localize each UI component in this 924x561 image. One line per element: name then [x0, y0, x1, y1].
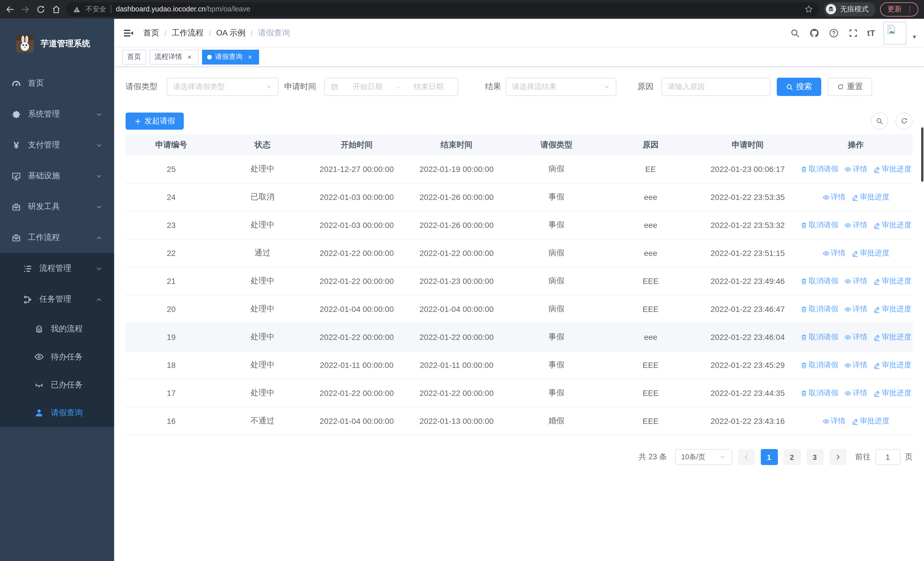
reason-input[interactable]: 请输入原因	[662, 78, 771, 96]
sidebar-item-11[interactable]: 已办任务	[0, 371, 114, 399]
cancel-leave-link[interactable]: 取消请假	[800, 276, 838, 286]
cancel-leave-link[interactable]: 取消请假	[800, 360, 838, 370]
detail-link[interactable]: 详情	[844, 304, 867, 314]
page-button-3[interactable]: 3	[806, 449, 823, 465]
create-leave-button[interactable]: 发起请假	[126, 113, 184, 130]
breadcrumb-item-2[interactable]: 工作流程	[172, 28, 204, 38]
approval-progress-link[interactable]: 审批进度	[851, 248, 890, 258]
incognito-badge: 无痕模式	[824, 2, 876, 16]
sidebar-item-6[interactable]: 工作流程	[0, 222, 114, 253]
avatar[interactable]	[884, 21, 907, 44]
approval-progress-link[interactable]: 审批进度	[873, 360, 912, 370]
sidebar-item-12[interactable]: 请假查询	[0, 399, 114, 427]
breadcrumb-item-3[interactable]: OA 示例	[216, 28, 246, 38]
bookmark-star-icon[interactable]	[804, 5, 813, 14]
table-row: 24已取消2022-01-03 00:00:002022-01-26 00:00…	[126, 183, 913, 211]
cancel-leave-link[interactable]: 取消请假	[800, 220, 838, 230]
cell-start: 2021-12-27 00:00:00	[308, 164, 405, 174]
cell-actions: 详情审批进度	[799, 248, 913, 258]
date-start-placeholder[interactable]: 开始日期	[344, 82, 391, 92]
sidebar-item-3[interactable]: ¥支付管理	[0, 130, 114, 161]
column-header-6: 原因	[605, 140, 696, 150]
cell-end: 2022-01-04 00:00:00	[405, 304, 508, 314]
cell-applied: 2022-01-22 23:46:47	[696, 304, 799, 314]
cancel-leave-link[interactable]: 取消请假	[800, 332, 838, 342]
browser-menu-icon[interactable]: ⋮	[906, 5, 913, 13]
sidebar-item-10[interactable]: 待办任务	[0, 343, 114, 371]
help-icon[interactable]	[828, 27, 839, 38]
address-bar[interactable]: 不安全 dashboard.yudao.iocoder.cn/bpm/oa/le…	[66, 2, 819, 16]
reset-button[interactable]: 重置	[828, 78, 872, 96]
breadcrumb-item-1[interactable]: 首页	[143, 28, 159, 38]
search-button[interactable]: 搜索	[777, 78, 821, 96]
approval-progress-link[interactable]: 审批进度	[873, 388, 912, 398]
sidebar-item-label: 待办任务	[51, 352, 83, 362]
approval-progress-link[interactable]: 审批进度	[873, 276, 912, 286]
font-size-icon[interactable]: tT	[867, 29, 875, 37]
sidebar-item-4[interactable]: 基础设施	[0, 161, 114, 191]
detail-link[interactable]: 详情	[822, 248, 846, 258]
reload-icon[interactable]	[35, 4, 46, 15]
sidebar-collapse-icon[interactable]	[123, 27, 134, 39]
approval-progress-link[interactable]: 审批进度	[873, 304, 912, 314]
goto-page-input[interactable]: 1	[875, 449, 900, 465]
cell-end: 2022-01-26 00:00:00	[405, 221, 508, 230]
hide-search-icon[interactable]	[871, 113, 888, 130]
delete-icon	[800, 277, 808, 285]
screen: 不安全 dashboard.yudao.iocoder.cn/bpm/oa/le…	[0, 0, 924, 561]
close-icon[interactable]: ×	[246, 53, 254, 61]
sidebar-item-5[interactable]: 研发工具	[0, 191, 114, 222]
avatar-caret-icon[interactable]: ▾	[913, 33, 916, 40]
forward-icon[interactable]	[20, 4, 31, 15]
github-icon[interactable]	[809, 27, 820, 38]
approval-progress-link[interactable]: 审批进度	[873, 220, 912, 230]
back-icon[interactable]	[4, 4, 15, 15]
detail-link[interactable]: 详情	[844, 388, 867, 398]
approval-progress-link[interactable]: 审批进度	[851, 192, 890, 202]
approval-progress-link[interactable]: 审批进度	[873, 332, 912, 342]
approval-progress-link[interactable]: 审批进度	[851, 416, 890, 426]
tab-2[interactable]: 流程详情×	[150, 50, 199, 64]
apply-time-range-input[interactable]: 开始日期 - 结束日期	[324, 78, 458, 96]
approval-progress-label: 审批进度	[882, 388, 912, 398]
update-button[interactable]: 更新 ⋮	[880, 2, 918, 16]
detail-link[interactable]: 详情	[844, 332, 867, 342]
approval-progress-label: 审批进度	[882, 332, 912, 342]
scrollbar-thumb[interactable]	[921, 127, 923, 182]
security-label[interactable]: 不安全	[86, 4, 106, 14]
sidebar-item-7[interactable]: 流程管理	[0, 253, 114, 284]
close-icon[interactable]: ×	[186, 53, 194, 61]
fullscreen-icon[interactable]	[848, 27, 859, 38]
detail-link[interactable]: 详情	[822, 416, 846, 426]
cell-type: 事假	[508, 220, 605, 230]
detail-link[interactable]: 详情	[844, 360, 867, 370]
leave-type-select[interactable]: 请选择请假类型	[166, 78, 279, 96]
approval-progress-link[interactable]: 审批进度	[873, 164, 912, 174]
cancel-leave-link[interactable]: 取消请假	[800, 388, 838, 398]
sidebar-item-9[interactable]: 我的流程	[0, 315, 114, 343]
result-select[interactable]: 请选择流结果	[506, 78, 616, 96]
tab-1[interactable]: 首页	[122, 50, 146, 64]
cancel-leave-link[interactable]: 取消请假	[800, 164, 838, 174]
detail-link[interactable]: 详情	[844, 220, 867, 230]
page-button-2[interactable]: 2	[783, 449, 801, 465]
search-icon[interactable]	[790, 27, 801, 38]
page-size-select[interactable]: 10条/页	[675, 449, 732, 465]
refresh-icon[interactable]	[896, 113, 913, 130]
cancel-leave-link[interactable]: 取消请假	[800, 304, 838, 314]
sidebar-item-1[interactable]: 首页	[0, 68, 114, 99]
detail-link[interactable]: 详情	[822, 192, 846, 202]
sidebar-item-8[interactable]: 任务管理	[0, 284, 114, 315]
date-end-placeholder[interactable]: 结束日期	[405, 82, 452, 92]
prev-page-icon[interactable]	[738, 449, 755, 465]
tab-3[interactable]: 请假查询×	[202, 50, 259, 64]
home-icon[interactable]	[51, 4, 62, 15]
next-page-icon[interactable]	[829, 449, 846, 465]
detail-link[interactable]: 详情	[844, 164, 867, 174]
sidebar-item-2[interactable]: 系统管理	[0, 99, 114, 130]
page-button-1[interactable]: 1	[760, 449, 778, 465]
url-text[interactable]: dashboard.yudao.iocoder.cn/bpm/oa/leave	[116, 5, 800, 13]
cell-status: 处理中	[217, 164, 308, 174]
detail-link[interactable]: 详情	[844, 276, 867, 286]
cell-id: 25	[126, 164, 217, 174]
